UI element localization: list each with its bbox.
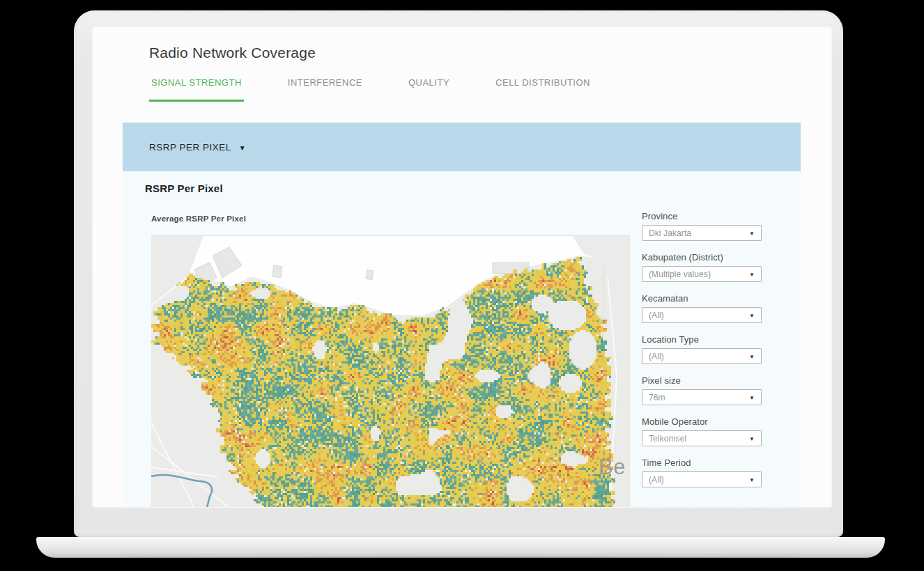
map-place-label: Be xyxy=(599,455,626,480)
filter-label: Kecamatan xyxy=(642,293,762,304)
select-value: Telkomsel xyxy=(649,434,686,444)
kecamatan-select[interactable]: (All) ▼ xyxy=(642,307,762,323)
chevron-down-icon: ▼ xyxy=(749,353,755,360)
select-value: (All) xyxy=(649,352,664,361)
select-value: (Multiple values) xyxy=(649,269,711,279)
mobile-operator-select[interactable]: Telkomsel ▼ xyxy=(642,430,762,446)
dashboard-panel: RSRP Per Pixel Average RSRP Per Pixel Be… xyxy=(123,171,801,508)
filter-pixel-size: Pixel size 76m ▼ xyxy=(642,375,762,405)
tab-signal-strength[interactable]: SIGNAL STRENGTH xyxy=(149,77,244,102)
laptop-base xyxy=(36,537,885,558)
chevron-down-icon: ▼ xyxy=(239,143,246,152)
time-period-select[interactable]: (All) ▼ xyxy=(642,471,762,487)
filter-label: Mobile Operator xyxy=(642,416,762,427)
province-select[interactable]: Dki Jakarta ▼ xyxy=(642,225,762,241)
filter-label: Province xyxy=(642,211,762,221)
filter-label: Location Type xyxy=(642,334,762,345)
chevron-down-icon: ▼ xyxy=(749,476,755,483)
location-type-select[interactable]: (All) ▼ xyxy=(642,348,762,364)
coverage-map-canvas xyxy=(151,236,630,507)
filter-label: Kabupaten (District) xyxy=(642,252,762,263)
filter-province: Province Dki Jakarta ▼ xyxy=(642,211,762,241)
filter-mobile-operator: Mobile Operator Telkomsel ▼ xyxy=(642,416,762,446)
tab-bar: SIGNAL STRENGTH INTERFERENCE QUALITY CEL… xyxy=(149,77,592,102)
filter-kecamatan: Kecamatan (All) ▼ xyxy=(642,293,762,323)
view-selector-banner[interactable]: RSRP PER PIXEL ▼ xyxy=(123,123,801,171)
kabupaten-select[interactable]: (Multiple values) ▼ xyxy=(642,266,762,282)
page-title: Radio Network Coverage xyxy=(149,45,316,61)
section-heading: RSRP Per Pixel xyxy=(145,182,223,194)
coverage-map[interactable]: Be xyxy=(151,235,630,507)
select-value: Dki Jakarta xyxy=(649,228,691,238)
select-value: (All) xyxy=(649,475,664,485)
chevron-down-icon: ▼ xyxy=(749,271,755,278)
tab-quality[interactable]: QUALITY xyxy=(406,77,452,102)
map-title: Average RSRP Per Pixel xyxy=(151,214,246,223)
filter-time-period: Time Period (All) ▼ xyxy=(642,457,762,487)
chevron-down-icon: ▼ xyxy=(749,394,755,401)
chevron-down-icon: ▼ xyxy=(749,230,755,237)
chevron-down-icon: ▼ xyxy=(749,312,755,319)
laptop-mockup: Radio Network Coverage SIGNAL STRENGTH I… xyxy=(0,0,924,571)
view-selector-label: RSRP PER PIXEL xyxy=(149,142,231,152)
screen: Radio Network Coverage SIGNAL STRENGTH I… xyxy=(92,26,832,508)
tab-cell-distribution[interactable]: CELL DISTRIBUTION xyxy=(493,77,592,102)
select-value: 76m xyxy=(649,393,665,402)
select-value: (All) xyxy=(649,311,664,320)
filter-panel: Province Dki Jakarta ▼ Kabupaten (Distri… xyxy=(642,211,762,499)
chevron-down-icon: ▼ xyxy=(749,435,755,442)
laptop-screen-bezel: Radio Network Coverage SIGNAL STRENGTH I… xyxy=(74,10,843,537)
filter-location-type: Location Type (All) ▼ xyxy=(642,334,762,364)
pixel-size-select[interactable]: 76m ▼ xyxy=(642,389,762,405)
filter-label: Pixel size xyxy=(642,375,762,386)
tab-interference[interactable]: INTERFERENCE xyxy=(286,77,364,102)
filter-label: Time Period xyxy=(642,457,762,468)
filter-kabupaten: Kabupaten (District) (Multiple values) ▼ xyxy=(642,252,762,282)
